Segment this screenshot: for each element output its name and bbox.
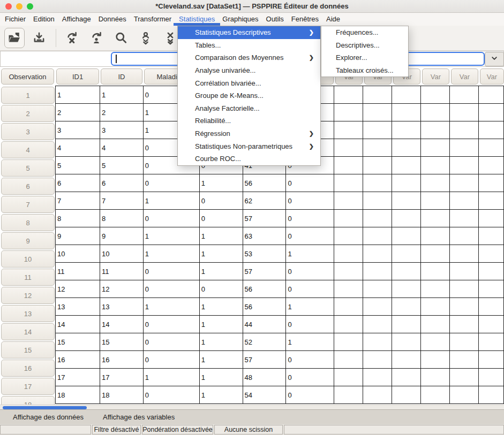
- data-cell[interactable]: [392, 227, 421, 245]
- row-header-8[interactable]: 8: [1, 214, 55, 231]
- menubar-item-transformer[interactable]: Transformer: [130, 13, 175, 26]
- data-cell[interactable]: 0: [143, 280, 199, 298]
- data-cell[interactable]: [334, 157, 363, 174]
- data-cell[interactable]: 9: [56, 227, 100, 245]
- horizontal-scrollbar[interactable]: [0, 405, 504, 409]
- goto-variable-button[interactable]: [86, 28, 107, 48]
- goto-case-button[interactable]: [62, 28, 82, 48]
- data-cell[interactable]: [392, 386, 421, 404]
- data-cell[interactable]: [478, 192, 503, 210]
- data-cell[interactable]: [392, 333, 421, 351]
- data-cell[interactable]: [421, 333, 450, 351]
- data-cell[interactable]: [334, 227, 363, 245]
- data-cell[interactable]: [334, 298, 363, 316]
- data-cell[interactable]: [392, 298, 421, 316]
- data-cell[interactable]: 7: [100, 192, 143, 210]
- data-cell[interactable]: [450, 174, 479, 192]
- menu-item-statistiques-descriptives[interactable]: Statistiques Descriptives❯: [178, 26, 320, 39]
- data-cell[interactable]: 1: [143, 227, 199, 245]
- data-cell[interactable]: [334, 121, 363, 139]
- data-cell[interactable]: 4: [56, 139, 100, 157]
- data-cell[interactable]: 56: [243, 280, 286, 298]
- corner-header-observation[interactable]: Observation: [1, 68, 54, 85]
- row-header-15[interactable]: 15: [1, 341, 55, 358]
- data-cell[interactable]: [363, 316, 392, 333]
- data-cell[interactable]: 0: [286, 369, 334, 386]
- data-cell[interactable]: 0: [286, 316, 334, 333]
- data-cell[interactable]: [450, 139, 479, 157]
- data-cell[interactable]: 7: [56, 192, 100, 210]
- data-cell[interactable]: [334, 139, 363, 157]
- var-column-header[interactable]: Var: [451, 68, 478, 85]
- menubar-item-statistiques[interactable]: Statistiques: [175, 13, 219, 26]
- data-cell[interactable]: 0: [286, 192, 334, 210]
- data-cell[interactable]: 1: [199, 298, 243, 316]
- data-cell[interactable]: 0: [199, 280, 243, 298]
- data-cell[interactable]: 1: [143, 192, 199, 210]
- data-cell[interactable]: [421, 210, 450, 227]
- data-cell[interactable]: 12: [56, 280, 100, 298]
- data-cell[interactable]: [450, 333, 479, 351]
- data-cell[interactable]: [334, 280, 363, 298]
- data-cell[interactable]: [334, 263, 363, 280]
- data-cell[interactable]: [478, 333, 503, 351]
- data-cell[interactable]: [334, 351, 363, 369]
- data-cell[interactable]: [421, 227, 450, 245]
- data-cell[interactable]: [334, 86, 363, 104]
- row-header-12[interactable]: 12: [1, 287, 55, 304]
- data-cell[interactable]: 0: [286, 263, 334, 280]
- data-cell[interactable]: 17: [56, 369, 100, 386]
- menubar-item-edition[interactable]: Edition: [29, 13, 58, 26]
- data-cell[interactable]: 18: [100, 386, 143, 404]
- data-cell[interactable]: 1: [199, 369, 243, 386]
- data-cell[interactable]: [421, 121, 450, 139]
- menubar-item-fichier[interactable]: Fichier: [1, 13, 29, 26]
- row-header-9[interactable]: 9: [1, 232, 55, 249]
- data-cell[interactable]: 0: [286, 210, 334, 227]
- row-header-7[interactable]: 7: [1, 196, 55, 213]
- data-cell[interactable]: [421, 245, 450, 263]
- row-header-14[interactable]: 14: [1, 323, 55, 340]
- data-cell[interactable]: [363, 369, 392, 386]
- data-cell[interactable]: [392, 210, 421, 227]
- data-cell[interactable]: [478, 104, 503, 121]
- data-cell[interactable]: 1: [143, 369, 199, 386]
- menu-item-analyse-univariee[interactable]: Analyse univariée...: [178, 64, 320, 77]
- data-cell[interactable]: 12: [100, 280, 143, 298]
- row-header-5[interactable]: 5: [1, 159, 55, 177]
- menu-item-tables[interactable]: Tables...: [178, 39, 320, 52]
- data-cell[interactable]: 1: [286, 298, 334, 316]
- data-cell[interactable]: [450, 157, 479, 174]
- menu-item-statistiques-non-parametriques[interactable]: Statistiques Non-parametriques❯: [178, 140, 320, 152]
- data-cell[interactable]: 1: [56, 86, 100, 104]
- data-cell[interactable]: [334, 316, 363, 333]
- row-header-10[interactable]: 10: [1, 250, 55, 268]
- data-cell[interactable]: [392, 192, 421, 210]
- data-cell[interactable]: [450, 104, 479, 121]
- zoom-window-button[interactable]: [27, 3, 33, 10]
- row-header-2[interactable]: 2: [1, 105, 55, 122]
- menu-item-comparaison-des-moyennes[interactable]: Comparaison des Moyennes❯: [178, 51, 320, 64]
- submenu-item-descriptives[interactable]: Descriptives...: [321, 39, 408, 52]
- data-cell[interactable]: 14: [56, 316, 100, 333]
- data-cell[interactable]: 1: [143, 298, 199, 316]
- data-cell[interactable]: 3: [56, 121, 100, 139]
- data-cell[interactable]: 2: [100, 104, 143, 121]
- data-cell[interactable]: [363, 263, 392, 280]
- data-cell[interactable]: [450, 121, 479, 139]
- data-cell[interactable]: 6: [56, 174, 100, 192]
- menubar-item-aide[interactable]: Aide: [322, 13, 344, 26]
- data-cell[interactable]: [392, 369, 421, 386]
- data-cell[interactable]: 57: [243, 210, 286, 227]
- data-cell[interactable]: [334, 192, 363, 210]
- data-cell[interactable]: [421, 139, 450, 157]
- data-cell[interactable]: [478, 227, 503, 245]
- row-header-3[interactable]: 3: [1, 123, 55, 140]
- data-cell[interactable]: [478, 263, 503, 280]
- menu-item-courbe-roc[interactable]: Courbe ROC...: [178, 152, 320, 165]
- submenu-item-tableaux-croises[interactable]: Tableaux croisés...: [321, 64, 408, 77]
- menu-item-regression[interactable]: Régression❯: [178, 127, 320, 140]
- data-cell[interactable]: 6: [100, 174, 143, 192]
- data-cell[interactable]: [363, 245, 392, 263]
- data-cell[interactable]: [478, 121, 503, 139]
